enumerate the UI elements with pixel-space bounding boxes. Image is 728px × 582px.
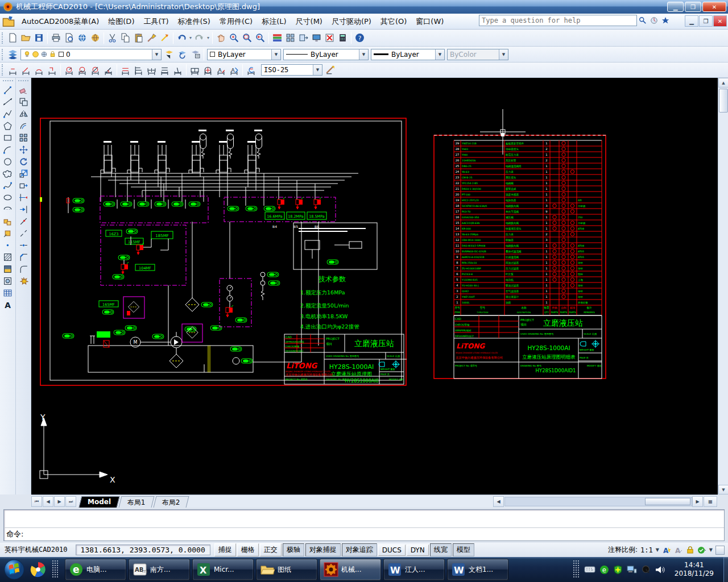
taskbar-app-江人...[interactable]: W江人... [383, 559, 445, 580]
dim-text-edit-button[interactable]: A [228, 64, 241, 77]
menu-item-7[interactable]: 尺寸驱动(P) [327, 15, 376, 28]
dim-baseline-button[interactable] [132, 64, 145, 77]
markup-button[interactable] [323, 31, 336, 44]
toggle-对象追踪[interactable]: 对象追踪 [342, 543, 377, 556]
taskbar-app-图纸[interactable]: 图纸 [256, 559, 317, 580]
command-input-line[interactable]: 命令: [4, 527, 724, 541]
layer-combo-arrow[interactable]: ▼ [152, 49, 161, 60]
annotation-scale-value[interactable]: 1:1 [640, 546, 653, 554]
monitor-button[interactable] [310, 31, 323, 44]
break-point-button[interactable] [16, 215, 30, 227]
scroll-grid-button[interactable]: ▦ [704, 496, 717, 507]
region-button[interactable] [1, 275, 15, 287]
palette-grip[interactable] [3, 80, 13, 82]
rotate-button[interactable] [16, 156, 30, 168]
circle-button[interactable] [1, 156, 15, 168]
tab-Model[interactable]: Model [79, 496, 120, 508]
tab-next-button[interactable]: ▶ [54, 496, 65, 507]
hatch-button[interactable] [1, 251, 15, 263]
menu-item-1[interactable]: 绘图(D) [104, 15, 139, 28]
taskbar-clock[interactable]: 14:412018/11/29 [669, 561, 719, 578]
taskbar-app-文档1...[interactable]: W文档1... [447, 559, 508, 580]
volume-tray-icon[interactable] [655, 565, 665, 575]
revcloud-button[interactable] [1, 168, 15, 180]
ellipse-button[interactable] [1, 192, 15, 203]
trim-button[interactable] [16, 192, 30, 203]
menu-item-5[interactable]: 标注(L) [257, 15, 291, 28]
toggle-捕捉[interactable]: 捕捉 [214, 543, 236, 556]
toggle-栅格[interactable]: 栅格 [237, 543, 259, 556]
lineweight-combo[interactable]: ByLayer▼ [371, 49, 445, 60]
insert-block-button[interactable] [1, 215, 15, 227]
help-search-input[interactable] [479, 15, 637, 26]
scale-button[interactable] [16, 168, 30, 180]
drawing-canvas[interactable]: 16.6MPa 18.2MPa 18.5MPa B4 B5 B6 16Z3 11… [31, 78, 718, 494]
toggle-对象捕捉[interactable]: 对象捕捉 [305, 543, 341, 556]
comm-center-icon[interactable] [648, 15, 660, 26]
status-menu-arrow[interactable]: ▼ [709, 547, 713, 552]
move-button[interactable] [16, 144, 30, 156]
toggle-DUCS[interactable]: DUCS [378, 544, 406, 556]
dim-continue-button[interactable] [145, 64, 158, 77]
publish-button[interactable] [76, 31, 89, 44]
dim-space-button[interactable] [158, 64, 171, 77]
dim-radius-button[interactable] [63, 64, 76, 77]
db-connect-button[interactable] [297, 31, 310, 44]
layer-props-button[interactable] [271, 31, 284, 44]
extend-button[interactable] [16, 203, 30, 215]
vertical-scrollbar[interactable]: ▲ ▼ [718, 78, 728, 494]
gradient-button[interactable] [1, 263, 15, 275]
annotation-scale-arrow[interactable]: ▼ [656, 547, 659, 552]
menu-item-4[interactable]: 常用件(C) [215, 15, 257, 28]
layer-combo[interactable]: 0 ▼ [20, 49, 162, 60]
toolbar-lock-icon[interactable] [686, 546, 694, 554]
scroll-left-arrow[interactable]: ◀ [493, 496, 504, 507]
menu-item-6[interactable]: 尺寸(M) [291, 15, 327, 28]
close-button[interactable]: ✕ [702, 2, 726, 12]
stretch-button[interactable] [16, 180, 30, 192]
zoom-prev-button[interactable] [254, 31, 267, 44]
dish-tray-icon[interactable] [641, 565, 651, 575]
arc-button[interactable] [1, 144, 15, 156]
paste-button[interactable] [132, 31, 145, 44]
layer-states-button[interactable] [189, 48, 202, 61]
toggle-线宽[interactable]: 线宽 [430, 543, 452, 556]
point-button[interactable] [1, 239, 15, 251]
dim-ordinate-button[interactable] [46, 64, 59, 77]
toggle-模型[interactable]: 模型 [453, 543, 474, 556]
zoom-rt-button[interactable] [228, 31, 241, 44]
quick-launch-pinwheel-icon[interactable] [30, 561, 47, 578]
toggle-极轴[interactable]: 极轴 [283, 543, 304, 556]
redo-button[interactable] [193, 31, 206, 44]
etransmit-button[interactable] [89, 31, 102, 44]
browser-tray-icon[interactable]: e [599, 565, 609, 575]
mirror-button[interactable] [16, 108, 30, 120]
dim-edit-button[interactable]: A [214, 64, 228, 77]
ellipse-arc-button[interactable] [1, 203, 15, 215]
spline-button[interactable] [1, 180, 15, 192]
linetype-combo[interactable]: ByLayer▼ [283, 49, 369, 60]
match-button[interactable] [145, 31, 158, 44]
search-icon[interactable] [637, 15, 648, 26]
tab-布局2[interactable]: 布局2 [153, 496, 189, 508]
tab-last-button[interactable]: ⏭ [65, 496, 76, 507]
annotation-autoscale-icon[interactable]: A [674, 546, 683, 555]
horizontal-scroll-thumb[interactable] [645, 498, 690, 505]
join-button[interactable] [16, 239, 30, 251]
explode-button[interactable] [16, 275, 30, 287]
fillet-button[interactable] [16, 263, 30, 275]
chamfer-button[interactable] [16, 251, 30, 263]
layer-properties-button[interactable] [6, 48, 19, 61]
save-button[interactable] [32, 31, 46, 44]
annotation-visibility-icon[interactable]: A [662, 546, 671, 555]
calc-button[interactable] [336, 31, 349, 44]
palette-grip[interactable] [18, 80, 28, 82]
toggle-DYN[interactable]: DYN [407, 544, 429, 556]
menu-item-8[interactable]: 其它(O) [376, 15, 411, 28]
preview-button[interactable] [63, 31, 76, 44]
taskbar-app-电脑...[interactable]: e电脑... [65, 559, 126, 580]
favorites-star-icon[interactable] [660, 15, 671, 26]
xline-button[interactable] [1, 96, 15, 108]
make-block-button[interactable] [1, 227, 15, 239]
show-desktop-button[interactable] [723, 557, 728, 582]
